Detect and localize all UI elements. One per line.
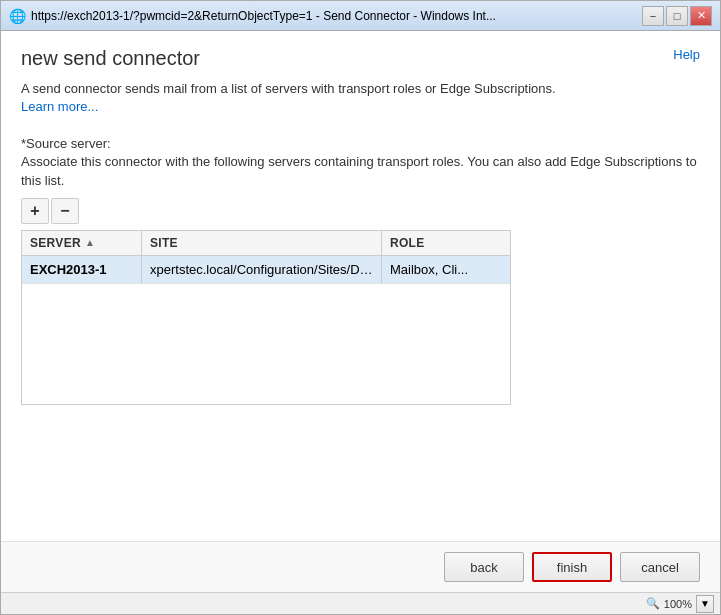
status-bar: 🔍 100% ▼ [1, 592, 720, 614]
table-row[interactable]: EXCH2013-1 xpertstec.local/Configuration… [22, 256, 510, 284]
servers-table: SERVER ▲ SITE ROLE EXCH2013-1 xpertstec.… [21, 230, 511, 405]
minimize-button[interactable]: − [642, 6, 664, 26]
table-header: SERVER ▲ SITE ROLE [22, 231, 510, 256]
browser-icon: 🌐 [9, 8, 25, 24]
cell-server: EXCH2013-1 [22, 256, 142, 283]
finish-button[interactable]: finish [532, 552, 612, 582]
empty-table-area [22, 284, 510, 404]
source-server-description: Associate this connector with the follow… [21, 153, 700, 189]
cell-role: Mailbox, Cli... [382, 256, 510, 283]
zoom-dropdown-button[interactable]: ▼ [696, 595, 714, 613]
zoom-icon: 🔍 [646, 597, 660, 610]
close-button[interactable]: ✕ [690, 6, 712, 26]
table-toolbar: + − [21, 198, 700, 224]
page-title: new send connector [21, 47, 200, 70]
header-row: new send connector Help [21, 47, 700, 70]
content-area: new send connector Help A send connector… [1, 31, 720, 541]
description-text: A send connector sends mail from a list … [21, 80, 700, 116]
window-controls: − □ ✕ [642, 6, 712, 26]
source-server-label: *Source server: [21, 136, 700, 151]
cancel-button[interactable]: cancel [620, 552, 700, 582]
add-button[interactable]: + [21, 198, 49, 224]
main-window: 🌐 https://exch2013-1/?pwmcid=2&ReturnObj… [0, 0, 721, 615]
back-button[interactable]: back [444, 552, 524, 582]
cell-site: xpertstec.local/Configuration/Sites/Defa… [142, 256, 382, 283]
column-site[interactable]: SITE [142, 231, 382, 255]
sort-icon: ▲ [85, 237, 95, 248]
zoom-level: 100% [664, 598, 692, 610]
remove-button[interactable]: − [51, 198, 79, 224]
bottom-bar: back finish cancel [1, 541, 720, 592]
title-bar: 🌐 https://exch2013-1/?pwmcid=2&ReturnObj… [1, 1, 720, 31]
column-role[interactable]: ROLE [382, 231, 510, 255]
column-server[interactable]: SERVER ▲ [22, 231, 142, 255]
help-link[interactable]: Help [673, 47, 700, 62]
restore-button[interactable]: □ [666, 6, 688, 26]
title-bar-text: https://exch2013-1/?pwmcid=2&ReturnObjec… [31, 9, 642, 23]
learn-more-link[interactable]: Learn more... [21, 99, 98, 114]
